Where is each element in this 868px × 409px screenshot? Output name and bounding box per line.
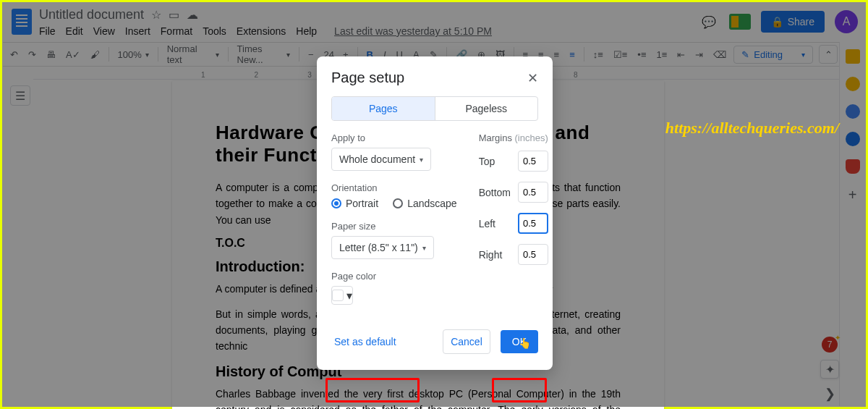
- ok-button[interactable]: OK👆: [501, 330, 538, 353]
- paint-format-icon[interactable]: 🖌: [88, 48, 103, 62]
- watermark-url: https://alltechqueries.com/: [665, 119, 839, 138]
- show-side-panel-icon[interactable]: ❯: [825, 386, 835, 402]
- zoom-select[interactable]: 100%: [115, 48, 152, 62]
- contacts-icon[interactable]: [846, 132, 860, 146]
- last-edit-info[interactable]: Last edit was yesterday at 5:10 PM: [334, 25, 492, 37]
- paper-size-select[interactable]: Letter (8.5" x 11")▾: [331, 236, 434, 259]
- margin-right-input[interactable]: [518, 244, 548, 265]
- page-color-label: Page color: [331, 271, 457, 282]
- margin-right-label: Right: [479, 249, 511, 261]
- pencil-icon: ✎: [741, 49, 749, 60]
- margin-bottom-label: Bottom: [479, 187, 511, 198]
- collapse-toolbar-icon[interactable]: ⌃: [819, 45, 838, 64]
- account-avatar[interactable]: A: [835, 10, 858, 33]
- decrease-font-icon[interactable]: −: [305, 48, 317, 62]
- numbered-list-icon[interactable]: 1≡: [653, 48, 670, 62]
- margin-top-input[interactable]: [518, 151, 548, 172]
- get-addons-icon[interactable]: +: [848, 187, 857, 203]
- tab-pageless[interactable]: Pageless: [435, 97, 538, 120]
- dialog-title: Page setup: [331, 69, 404, 86]
- apply-to-label: Apply to: [331, 132, 457, 143]
- keep-icon[interactable]: [846, 77, 860, 91]
- menu-tools[interactable]: Tools: [203, 25, 226, 37]
- star-icon[interactable]: ☆: [151, 8, 161, 22]
- document-title[interactable]: Untitled document: [39, 7, 144, 22]
- maps-icon[interactable]: [846, 159, 860, 174]
- google-docs-icon[interactable]: [12, 9, 32, 35]
- menu-format[interactable]: Format: [161, 25, 192, 37]
- align-right-icon[interactable]: ≡: [551, 48, 563, 62]
- menu-view[interactable]: View: [93, 25, 115, 37]
- bulleted-list-icon[interactable]: •≡: [634, 48, 649, 62]
- print-icon[interactable]: 🖶: [43, 48, 59, 62]
- mode-select[interactable]: ✎ Editing ▾: [733, 46, 813, 64]
- page-setup-tabs: Pages Pageless: [331, 96, 538, 121]
- align-justify-icon[interactable]: ≡: [566, 48, 578, 62]
- tasks-icon[interactable]: [846, 104, 860, 119]
- orientation-label: Orientation: [331, 182, 457, 193]
- margin-top-label: Top: [479, 156, 511, 167]
- share-label: Share: [788, 16, 814, 28]
- orientation-portrait-radio[interactable]: Portrait: [331, 198, 378, 209]
- undo-icon[interactable]: ↶: [7, 48, 21, 62]
- increase-indent-icon[interactable]: ⇥: [692, 48, 706, 62]
- page-setup-dialog: Page setup ✕ Pages Pageless Apply to Who…: [317, 56, 553, 370]
- margin-bottom-input[interactable]: [518, 182, 548, 203]
- set-as-default-button[interactable]: Set as default: [331, 330, 399, 353]
- menu-insert[interactable]: Insert: [125, 25, 150, 37]
- clear-formatting-icon[interactable]: ⌫: [710, 48, 729, 62]
- margin-left-label: Left: [479, 218, 511, 229]
- checklist-icon[interactable]: ☑≡: [610, 48, 631, 62]
- font-family-select[interactable]: Times New...: [234, 42, 294, 67]
- tab-pages[interactable]: Pages: [332, 97, 435, 120]
- page-color-select[interactable]: ▾: [331, 286, 353, 305]
- side-panel: +: [839, 42, 865, 406]
- spellcheck-icon[interactable]: A✓: [63, 48, 83, 62]
- outline-toggle-icon[interactable]: ☰: [10, 85, 30, 106]
- meet-icon[interactable]: [729, 14, 751, 30]
- menu-edit[interactable]: Edit: [66, 25, 83, 37]
- redo-icon[interactable]: ↷: [25, 48, 39, 62]
- line-spacing-icon[interactable]: ↕≡: [590, 48, 606, 62]
- notification-badge[interactable]: 7✦: [822, 337, 838, 353]
- cursor-icon: 👆: [519, 337, 531, 349]
- menu-extensions[interactable]: Extensions: [237, 25, 286, 37]
- paper-size-label: Paper size: [331, 221, 457, 232]
- comment-history-icon[interactable]: 💬: [699, 12, 719, 32]
- menu-file[interactable]: File: [39, 25, 56, 37]
- calendar-icon[interactable]: [846, 49, 860, 64]
- doc-paragraph: Charles Babbage invented the very first …: [216, 386, 621, 409]
- apply-to-select[interactable]: Whole document▾: [331, 148, 431, 171]
- lock-icon: 🔒: [771, 16, 783, 28]
- margin-left-input[interactable]: [518, 213, 548, 234]
- close-icon[interactable]: ✕: [527, 70, 538, 86]
- paragraph-style-select[interactable]: Normal text: [164, 42, 222, 67]
- decrease-indent-icon[interactable]: ⇤: [674, 48, 688, 62]
- explore-icon[interactable]: ✦: [820, 360, 839, 379]
- mode-label: Editing: [754, 49, 783, 60]
- share-button[interactable]: 🔒 Share: [761, 11, 825, 33]
- move-icon[interactable]: ▭: [169, 8, 179, 22]
- cloud-status-icon[interactable]: ☁: [187, 8, 198, 22]
- cancel-button[interactable]: Cancel: [443, 329, 490, 354]
- menu-help[interactable]: Help: [296, 25, 317, 37]
- orientation-landscape-radio[interactable]: Landscape: [393, 198, 457, 209]
- margins-label: Margins (inches): [479, 132, 553, 143]
